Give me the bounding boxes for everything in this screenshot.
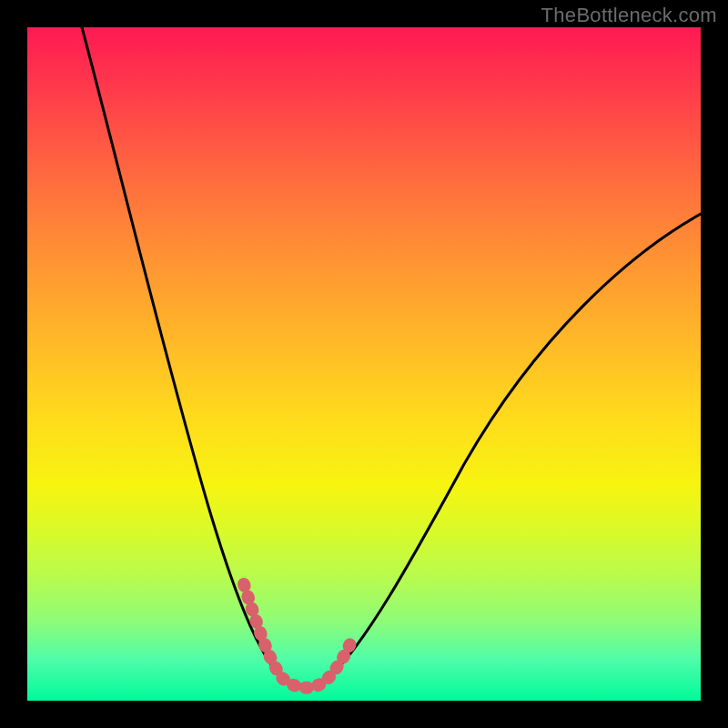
watermark-text: TheBottleneck.com xyxy=(541,4,717,27)
highlight-segment xyxy=(244,584,353,688)
curve-layer xyxy=(27,27,701,701)
bottleneck-curve xyxy=(82,27,701,688)
plot-area xyxy=(27,27,701,701)
chart-frame: TheBottleneck.com xyxy=(0,0,728,728)
